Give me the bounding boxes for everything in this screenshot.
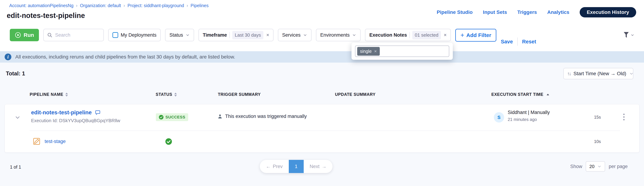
- sort-dropdown[interactable]: ↑↓ Start Time (New → Old): [563, 68, 633, 79]
- run-button[interactable]: Run: [10, 29, 39, 41]
- stage-row[interactable]: test-stage 10s: [5, 131, 639, 153]
- toolbar: Run My Deployments Status Timeframe Last…: [0, 24, 644, 51]
- prev-label: Prev: [273, 164, 283, 169]
- status-badge: SUCCESS: [156, 113, 188, 121]
- column-header-status[interactable]: STATUS: [156, 92, 177, 97]
- stage-edit-icon: [32, 137, 41, 146]
- separator: [410, 32, 410, 38]
- table-header-row: PIPELINE NAME STATUS TRIGGER SUMMARY UPD…: [0, 92, 644, 98]
- executions-list-section: Total: 1 ↑↓ Start Time (New → Old) PIPEL…: [0, 62, 644, 186]
- note-tag-label: single: [360, 49, 372, 54]
- column-label: UPDATE SUMMARY: [335, 92, 376, 97]
- sort-arrows-icon: [174, 93, 177, 96]
- chevron-down-icon: [597, 164, 602, 168]
- services-filter-dropdown[interactable]: Services: [278, 29, 312, 41]
- plus-icon: +: [460, 32, 464, 38]
- run-button-label: Run: [24, 32, 34, 38]
- chevron-down-icon: [352, 33, 356, 37]
- execution-notes-tag-input[interactable]: single ×: [355, 46, 449, 57]
- search-box: [43, 29, 104, 41]
- trigger-summary-text: This execution was triggered manually: [225, 114, 307, 119]
- my-deployments-filter[interactable]: My Deployments: [108, 29, 161, 41]
- my-deployments-label: My Deployments: [121, 32, 156, 38]
- chevron-down-icon: [630, 33, 634, 37]
- pagination-bar: 1 of 1 ← Prev 1 Next → Show 20: [0, 160, 644, 174]
- add-filter-label: Add Filter: [466, 32, 491, 38]
- info-banner-text: All executions, including reruns and chi…: [15, 54, 235, 60]
- breadcrumb-separator-icon: ›: [76, 3, 78, 8]
- status-filter-dropdown[interactable]: Status: [165, 29, 194, 41]
- reset-filter-button[interactable]: Reset: [522, 39, 536, 45]
- sort-direction-icon: ↑↓: [567, 71, 570, 76]
- info-banner: i All executions, including reruns and c…: [0, 51, 644, 62]
- timeframe-value-chip: Last 30 days: [232, 31, 263, 39]
- column-header-update-summary: UPDATE SUMMARY: [335, 92, 376, 97]
- execution-row-card: edit-notes-test-pipeline Execution Id: D…: [4, 104, 640, 152]
- start-time-block: Siddhant | Manually 21 minutes ago: [508, 110, 550, 122]
- breadcrumb-separator-icon: ›: [124, 3, 125, 8]
- search-input[interactable]: [55, 32, 100, 38]
- chevron-down-icon: [629, 71, 634, 76]
- stage-success-icon: [165, 138, 172, 145]
- execution-notes-comment-icon[interactable]: [95, 110, 100, 116]
- next-page-button[interactable]: Next →: [304, 160, 333, 173]
- breadcrumb-account-link[interactable]: Account: automationPipelinesNg: [9, 3, 74, 8]
- sort-arrows-icon: [66, 93, 68, 96]
- tab-triggers[interactable]: Triggers: [517, 10, 537, 15]
- expand-row-chevron-icon[interactable]: [14, 114, 21, 121]
- breadcrumb-project-link[interactable]: Project: siddhant-playground: [128, 3, 184, 8]
- tab-input-sets[interactable]: Input Sets: [483, 10, 507, 15]
- environments-filter-label: Environments: [320, 32, 350, 38]
- breadcrumb-org-link[interactable]: Organization: default: [80, 3, 121, 8]
- breadcrumb-separator-icon: ›: [186, 3, 188, 8]
- timeframe-filter[interactable]: Timeframe Last 30 days ×: [198, 29, 274, 41]
- services-filter-label: Services: [282, 32, 301, 38]
- current-page-button[interactable]: 1: [289, 160, 304, 173]
- execution-id: Execution Id: DSkYV3upQBuqBGpqYBRllw: [31, 118, 120, 124]
- tab-pipeline-studio[interactable]: Pipeline Studio: [436, 10, 472, 15]
- page-range-label: 1 of 1: [10, 164, 21, 170]
- row-menu-button[interactable]: [622, 112, 626, 122]
- tab-analytics[interactable]: Analytics: [547, 10, 569, 15]
- timeframe-clear-icon[interactable]: ×: [266, 32, 269, 38]
- divider: [517, 38, 518, 46]
- execution-notes-value-chip: 01 selected: [412, 31, 441, 39]
- pipeline-name-link[interactable]: edit-notes-test-pipeline: [31, 109, 92, 116]
- prev-page-button[interactable]: ← Prev: [260, 160, 289, 173]
- separator: [230, 32, 230, 38]
- add-filter-button[interactable]: + Add Filter: [455, 29, 496, 42]
- environments-filter-dropdown[interactable]: Environments: [316, 29, 360, 41]
- page-size-control: Show 20 per page: [570, 161, 628, 172]
- note-tag: single ×: [357, 47, 380, 56]
- started-by: Siddhant | Manually: [508, 110, 550, 115]
- column-header-trigger-summary: TRIGGER SUMMARY: [218, 92, 261, 97]
- tab-execution-history-active[interactable]: Execution History: [580, 7, 636, 18]
- save-filter-button[interactable]: Save: [501, 39, 513, 45]
- page-size-select[interactable]: 20: [586, 161, 605, 172]
- execution-row[interactable]: edit-notes-test-pipeline Execution Id: D…: [5, 104, 639, 130]
- search-icon: [47, 32, 52, 38]
- play-circle-icon: [15, 32, 21, 38]
- chevron-down-icon: [186, 33, 190, 37]
- my-deployments-checkbox[interactable]: [112, 32, 118, 38]
- column-header-pipeline-name[interactable]: PIPELINE NAME: [30, 92, 68, 97]
- pager: ← Prev 1 Next →: [260, 160, 332, 173]
- show-label: Show: [570, 164, 582, 169]
- per-page-label: per page: [609, 164, 628, 169]
- total-count: Total: 1: [6, 70, 25, 77]
- execution-notes-filter[interactable]: Execution Notes 01 selected ×: [365, 29, 451, 41]
- page-header: Account: automationPipelinesNg › Organiz…: [0, 0, 644, 24]
- execution-notes-clear-icon[interactable]: ×: [444, 32, 446, 38]
- page-size-value: 20: [589, 164, 594, 169]
- execution-duration: 15s: [590, 115, 606, 120]
- avatar[interactable]: S: [494, 112, 504, 122]
- sort-ascending-icon: [546, 94, 549, 95]
- column-header-execution-start-time[interactable]: EXECUTION START TIME: [491, 92, 549, 97]
- column-label: STATUS: [156, 92, 172, 97]
- pipeline-name-block: edit-notes-test-pipeline Execution Id: D…: [31, 109, 120, 124]
- execution-notes-filter-label: Execution Notes: [369, 32, 407, 38]
- filter-selector-button[interactable]: [623, 29, 634, 41]
- stage-name-link[interactable]: test-stage: [44, 139, 66, 144]
- breadcrumb-pipelines-link[interactable]: Pipelines: [190, 3, 208, 8]
- note-tag-remove-icon[interactable]: ×: [374, 48, 377, 54]
